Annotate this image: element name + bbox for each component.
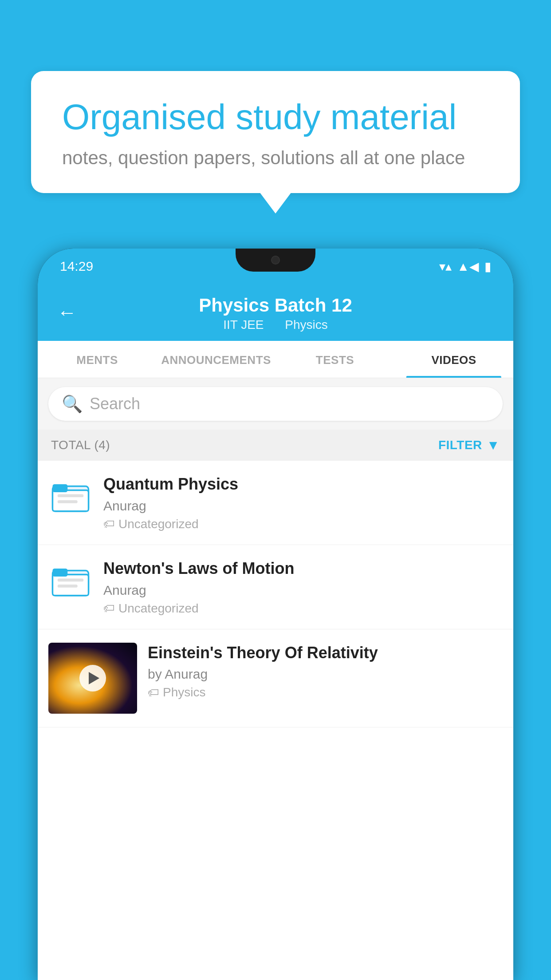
status-time: 14:29 xyxy=(60,259,93,274)
hero-title: Organised study material xyxy=(62,98,489,137)
search-bar[interactable]: 🔍 Search xyxy=(48,387,503,421)
video-title-2: Newton's Laws of Motion xyxy=(103,558,503,579)
status-icons: ▾▴ ▲◀ ▮ xyxy=(439,259,491,274)
filter-button[interactable]: FILTER ▼ xyxy=(438,438,500,453)
folder-icon xyxy=(51,561,91,601)
video-list: Quantum Physics Anurag 🏷 Uncategorized xyxy=(38,461,513,727)
folder-thumbnail-2 xyxy=(48,558,93,603)
svg-rect-4 xyxy=(58,500,78,503)
video-author-3: by Anurag xyxy=(148,667,503,682)
tag-icon-2: 🏷 xyxy=(103,601,115,615)
tab-ments[interactable]: MENTS xyxy=(38,341,157,378)
filter-label: FILTER xyxy=(438,438,482,452)
header-subtitle: IIT JEE Physics xyxy=(60,318,491,332)
hero-subtitle: notes, question papers, solutions all at… xyxy=(62,147,489,169)
list-item[interactable]: Quantum Physics Anurag 🏷 Uncategorized xyxy=(38,461,513,545)
phone-frame: 14:29 ▾▴ ▲◀ ▮ ← Physics Batch 12 IIT JEE… xyxy=(38,249,513,980)
app-content: ← Physics Batch 12 IIT JEE Physics MENTS… xyxy=(38,284,513,980)
svg-rect-3 xyxy=(58,494,84,498)
video-info-2: Newton's Laws of Motion Anurag 🏷 Uncateg… xyxy=(103,558,503,616)
battery-icon: ▮ xyxy=(484,259,491,274)
status-bar: 14:29 ▾▴ ▲◀ ▮ xyxy=(38,249,513,284)
video-author-1: Anurag xyxy=(103,498,503,514)
video-info-1: Quantum Physics Anurag 🏷 Uncategorized xyxy=(103,474,503,531)
wifi-icon: ▾▴ xyxy=(439,259,452,274)
svg-rect-7 xyxy=(53,569,68,577)
search-icon: 🔍 xyxy=(62,394,83,414)
bubble-arrow xyxy=(260,192,291,213)
tag-icon-3: 🏷 xyxy=(148,686,159,699)
folder-thumbnail-1 xyxy=(48,474,93,518)
header-title: Physics Batch 12 xyxy=(60,295,491,316)
list-item[interactable]: Einstein's Theory Of Relativity by Anura… xyxy=(38,629,513,727)
video-author-2: Anurag xyxy=(103,583,503,598)
video-tag-2: 🏷 Uncategorized xyxy=(103,601,503,616)
video-tag-3: 🏷 Physics xyxy=(148,685,503,699)
app-header: ← Physics Batch 12 IIT JEE Physics xyxy=(38,284,513,341)
filter-icon: ▼ xyxy=(487,438,500,453)
play-triangle-icon xyxy=(89,672,99,684)
tab-videos[interactable]: VIDEOS xyxy=(394,341,513,378)
video-info-3: Einstein's Theory Of Relativity by Anura… xyxy=(148,643,503,700)
play-button[interactable] xyxy=(79,665,106,692)
search-placeholder: Search xyxy=(90,395,140,413)
tag-icon-1: 🏷 xyxy=(103,517,115,531)
total-count: TOTAL (4) xyxy=(51,438,110,452)
signal-icon: ▲◀ xyxy=(457,259,479,274)
header-subtitle-iitjee: IIT JEE xyxy=(223,318,264,332)
list-item[interactable]: Newton's Laws of Motion Anurag 🏷 Uncateg… xyxy=(38,545,513,629)
folder-icon xyxy=(51,476,91,516)
search-container: 🔍 Search xyxy=(38,378,513,430)
filter-bar: TOTAL (4) FILTER ▼ xyxy=(38,430,513,461)
video-title-1: Quantum Physics xyxy=(103,474,503,495)
tag-label-3: Physics xyxy=(163,685,205,699)
tag-label-2: Uncategorized xyxy=(118,601,199,616)
phone-notch xyxy=(236,249,315,272)
video-title-3: Einstein's Theory Of Relativity xyxy=(148,643,503,664)
video-thumbnail-3 xyxy=(48,643,137,714)
tabs-bar: MENTS ANNOUNCEMENTS TESTS VIDEOS xyxy=(38,341,513,378)
camera xyxy=(271,256,280,265)
tab-announcements[interactable]: ANNOUNCEMENTS xyxy=(157,341,276,378)
tag-label-1: Uncategorized xyxy=(118,517,199,531)
tab-tests[interactable]: TESTS xyxy=(276,341,394,378)
svg-rect-9 xyxy=(58,585,78,588)
hero-section: Organised study material notes, question… xyxy=(31,71,520,213)
speech-bubble: Organised study material notes, question… xyxy=(31,71,520,193)
svg-rect-2 xyxy=(53,484,68,492)
video-tag-1: 🏷 Uncategorized xyxy=(103,517,503,531)
svg-rect-8 xyxy=(58,578,84,581)
header-subtitle-physics: Physics xyxy=(285,318,327,332)
back-button[interactable]: ← xyxy=(57,301,77,324)
